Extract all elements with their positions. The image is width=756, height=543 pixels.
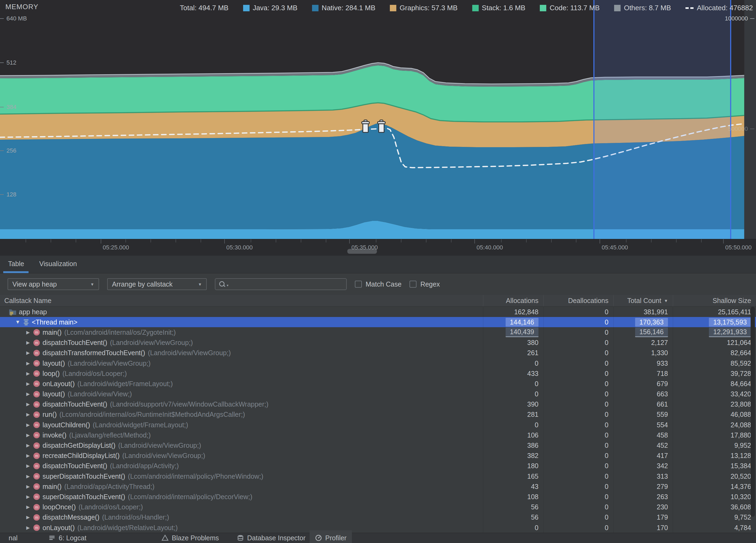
table-row[interactable]: ▶ m onLayout() (Landroid/widget/FrameLay… xyxy=(0,378,756,389)
method-icon: m xyxy=(33,359,40,367)
expand-arrow-icon[interactable]: ▶ xyxy=(23,514,33,520)
table-row[interactable]: ▶ m main() (Landroid/app/ActivityThread;… xyxy=(0,481,756,492)
expand-arrow-icon[interactable]: ▶ xyxy=(23,474,33,479)
heap-select-dropdown[interactable]: View app heap ▼ xyxy=(8,278,99,290)
table-row[interactable]: ▶ m invoke() (Ljava/lang/reflect/Method;… xyxy=(0,430,756,440)
callstack-name-cell: ▶ m run() (Lcom/android/internal/os/Runt… xyxy=(0,409,483,420)
vertical-scrollbar[interactable] xyxy=(751,307,755,517)
total-count-cell: 559 xyxy=(613,409,673,420)
search-input[interactable]: ▾ xyxy=(215,278,347,290)
allocations-cell: 144,146 xyxy=(483,317,543,327)
arrange-select-dropdown[interactable]: Arrange by callstack ▼ xyxy=(107,278,207,290)
table-row[interactable]: ▶ m layoutChildren() (Landroid/widget/Fr… xyxy=(0,420,756,430)
tab-visualization[interactable]: Visualization xyxy=(32,260,85,273)
table-row[interactable]: ▶ m dispatchTouchEvent() (Landroid/suppo… xyxy=(0,399,756,409)
timeline-label: 05:30.000 xyxy=(226,244,253,251)
table-row[interactable]: ▶ m dispatchMessage() (Landroid/os/Handl… xyxy=(0,512,756,523)
table-row[interactable]: ▶ m loop() (Landroid/os/Looper;) 433 0 7… xyxy=(0,368,756,378)
svg-text:m: m xyxy=(35,443,38,448)
regex-checkbox[interactable]: Regex xyxy=(409,280,440,288)
expand-arrow-icon[interactable]: ▶ xyxy=(23,453,33,458)
table-row[interactable]: ▶ m onLayout() (Landroid/widget/Relative… xyxy=(0,523,756,533)
column-header-shallow-size[interactable]: Shallow Size xyxy=(673,295,756,306)
expand-arrow-icon[interactable]: ▼ xyxy=(13,319,23,325)
y-axis-label: 256 xyxy=(0,147,16,154)
svg-text:m: m xyxy=(35,392,38,396)
expand-arrow-icon[interactable]: ▶ xyxy=(23,443,33,448)
expand-arrow-icon[interactable]: ▶ xyxy=(23,350,33,356)
allocations-cell: 0 xyxy=(483,378,543,389)
svg-text:m: m xyxy=(35,474,38,478)
method-icon: m xyxy=(33,401,40,408)
tool-window-button-blaze-problems[interactable]: Blaze Problems xyxy=(156,530,224,543)
selection-range[interactable] xyxy=(594,0,731,239)
tab-table[interactable]: Table xyxy=(0,260,32,273)
timeline-minor-tick xyxy=(201,239,201,243)
svg-text:m: m xyxy=(35,381,38,386)
total-count-cell: 230 xyxy=(613,502,673,512)
table-row[interactable]: ▶ m main() (Lcom/android/internal/os/Zyg… xyxy=(0,327,756,337)
svg-text:m: m xyxy=(35,371,38,376)
method-icon: m xyxy=(33,514,40,521)
total-count-cell: 179 xyxy=(613,512,673,523)
deallocations-cell: 0 xyxy=(543,420,613,430)
allocations-cell: 0 xyxy=(483,420,543,430)
table-row[interactable]: app heap 162,848 0 381,991 25,165,411 xyxy=(0,307,756,317)
expand-arrow-icon[interactable]: ▶ xyxy=(23,504,33,510)
timeline-ruler[interactable]: 05:25.00005:30.00005:35.00005:40.00005:4… xyxy=(0,239,756,256)
table-row[interactable]: ▶ m layout() (Landroid/view/ViewGroup;) … xyxy=(0,358,756,368)
shallow-size-cell: 10,320 xyxy=(673,492,756,502)
expand-arrow-icon[interactable]: ▶ xyxy=(23,381,33,387)
tool-window-button-database-inspector[interactable]: Database Inspector xyxy=(232,530,311,543)
tool-window-button-nal[interactable]: nal xyxy=(0,530,23,543)
svg-text:m: m xyxy=(35,525,38,530)
method-icon: m xyxy=(33,411,40,418)
table-row[interactable]: ▶ m dispatchTouchEvent() (Landroid/view/… xyxy=(0,338,756,348)
table-row[interactable]: ▶ m loopOnce() (Landroid/os/Looper;) 56 … xyxy=(0,502,756,512)
column-header-deallocations[interactable]: Deallocations xyxy=(543,295,613,306)
expand-arrow-icon[interactable]: ▶ xyxy=(23,401,33,407)
method-icon: m xyxy=(33,503,40,511)
timeline-major-tick xyxy=(101,239,101,244)
timeline-label: 05:35.000 xyxy=(351,244,378,251)
expand-arrow-icon[interactable]: ▶ xyxy=(23,329,33,335)
svg-text:m: m xyxy=(35,330,38,334)
column-header-allocations[interactable]: Allocations xyxy=(483,295,543,306)
memory-stacked-area-chart[interactable] xyxy=(0,0,756,239)
table-row[interactable]: ▶ m superDispatchTouchEvent() (Lcom/andr… xyxy=(0,492,756,502)
timeline-minor-tick xyxy=(551,239,552,243)
table-row[interactable]: ▶ m superDispatchTouchEvent() (Lcom/andr… xyxy=(0,471,756,481)
callstack-class: (Landroid/view/ViewGroup;) xyxy=(148,349,231,357)
callstack-class: (Landroid/widget/FrameLayout;) xyxy=(78,380,173,388)
expand-arrow-icon[interactable]: ▶ xyxy=(23,484,33,489)
callstack-name: main() xyxy=(43,483,62,490)
expand-arrow-icon[interactable]: ▶ xyxy=(23,340,33,345)
callstack-class: (Ljava/lang/reflect/Method;) xyxy=(69,431,151,439)
shallow-size-cell: 25,165,411 xyxy=(673,307,756,317)
legend-item: Stack: 1.6 MB xyxy=(472,4,526,12)
column-header-total-count[interactable]: Total Count▼ xyxy=(613,295,673,306)
deallocations-cell: 0 xyxy=(543,430,613,440)
expand-arrow-icon[interactable]: ▶ xyxy=(23,412,33,417)
table-row[interactable]: ▶ m run() (Lcom/android/internal/os/Runt… xyxy=(0,409,756,420)
expand-arrow-icon[interactable]: ▶ xyxy=(23,525,33,531)
table-row[interactable]: ▶ m dispatchGetDisplayList() (Landroid/v… xyxy=(0,440,756,450)
table-row[interactable]: ▶ m layout() (Landroid/view/View;) 0 0 6… xyxy=(0,389,756,399)
table-row[interactable]: ▶ m dispatchTouchEvent() (Landroid/app/A… xyxy=(0,461,756,471)
table-row[interactable]: ▼ <Thread main> 144,146 0 170,363 13,175… xyxy=(0,317,756,327)
expand-arrow-icon[interactable]: ▶ xyxy=(23,494,33,500)
expand-arrow-icon[interactable]: ▶ xyxy=(23,422,33,428)
match-case-checkbox[interactable]: Match Case xyxy=(355,280,401,288)
expand-arrow-icon[interactable]: ▶ xyxy=(23,463,33,469)
table-row[interactable]: ▶ m dispatchTransformedTouchEvent() (Lan… xyxy=(0,348,756,358)
tool-window-button-profiler[interactable]: Profiler xyxy=(310,530,352,543)
expand-arrow-icon[interactable]: ▶ xyxy=(23,432,33,438)
table-row[interactable]: ▶ m recreateChildDisplayList() (Landroid… xyxy=(0,451,756,461)
expand-arrow-icon[interactable]: ▶ xyxy=(23,391,33,397)
callstack-class: (Landroid/os/Looper;) xyxy=(79,503,143,511)
svg-text:m: m xyxy=(35,351,38,355)
tool-window-button-6-logcat[interactable]: 6: Logcat xyxy=(43,530,92,543)
expand-arrow-icon[interactable]: ▶ xyxy=(23,360,33,366)
column-header-callstack-name[interactable]: Callstack Name xyxy=(0,295,483,306)
expand-arrow-icon[interactable]: ▶ xyxy=(23,371,33,376)
